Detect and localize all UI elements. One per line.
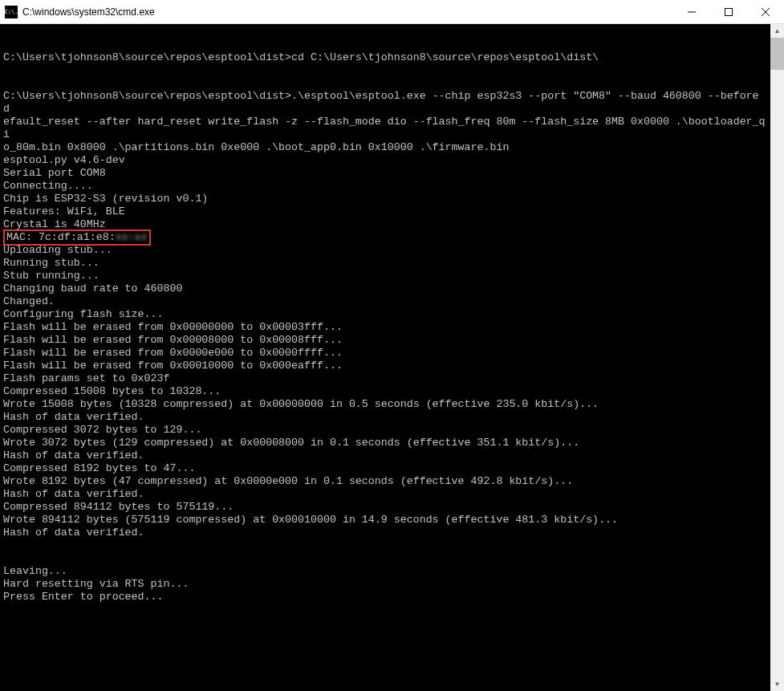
output-line: Wrote 894112 bytes (575119 compressed) a… [3, 514, 618, 526]
output-line: Flash will be erased from 0x00000000 to … [3, 321, 343, 333]
maximize-icon [725, 8, 733, 16]
mac-address-highlight: MAC: 7c:df:a1:e8:xx:xx [3, 230, 151, 246]
output-line: Hash of data verified. [3, 488, 144, 500]
output-line: Features: WiFi, BLE [3, 205, 125, 217]
output-line: Changing baud rate to 460800 [3, 282, 182, 295]
output-line: Uploading stub... [3, 244, 112, 256]
output-line: Compressed 15008 bytes to 10328... [3, 385, 221, 397]
terminal-wrapper: C:\Users\tjohnson8\source\repos\esptool\… [0, 24, 784, 691]
minimize-button[interactable] [673, 0, 710, 24]
window-controls [673, 0, 784, 23]
output-line: Connecting.... [3, 180, 93, 192]
output-line: Flash will be erased from 0x0000e000 to … [3, 347, 343, 359]
output-line: Chip is ESP32-S3 (revision v0.1) [3, 193, 208, 205]
prompt: C:\Users\tjohnson8\source\repos\esptool\… [3, 51, 291, 63]
output-line: Configuring flash size... [3, 308, 164, 320]
output-line: Hard resetting via RTS pin... [3, 578, 189, 590]
vertical-scrollbar[interactable]: ▲ ▼ [770, 24, 784, 691]
output-line: Press Enter to proceed... [3, 591, 164, 603]
output-line: Wrote 3072 bytes (129 compressed) at 0x0… [3, 437, 579, 449]
window-titlebar: C:\. C:\windows\system32\cmd.exe [0, 0, 784, 24]
close-button[interactable] [747, 0, 784, 24]
svg-rect-1 [725, 9, 733, 16]
output-line: Hash of data verified. [3, 411, 144, 423]
output-line: Changed. [3, 295, 55, 307]
prompt: C:\Users\tjohnson8\source\repos\esptool\… [3, 90, 291, 102]
mac-address-redacted: xx:xx [116, 231, 148, 243]
terminal-output[interactable]: C:\Users\tjohnson8\source\repos\esptool\… [0, 24, 770, 691]
command-text: o_80m.bin 0x8000 .\partitions.bin 0xe000… [3, 141, 509, 153]
output-line: Flash will be erased from 0x00008000 to … [3, 334, 343, 346]
output-line: Flash will be erased from 0x00010000 to … [3, 360, 343, 372]
cmd-icon: C:\. [5, 6, 18, 18]
output-line: Compressed 8192 bytes to 47... [3, 462, 195, 474]
output-line: Wrote 8192 bytes (47 compressed) at 0x00… [3, 475, 573, 487]
scrollbar-down-button[interactable]: ▼ [770, 677, 784, 691]
mac-address-text: MAC: 7c:df:a1:e8: [6, 231, 116, 243]
close-icon [762, 8, 770, 16]
scrollbar-up-button[interactable]: ▲ [770, 24, 784, 38]
output-line: Hash of data verified. [3, 449, 144, 461]
output-line: Hash of data verified. [3, 526, 144, 539]
output-line: Compressed 894112 bytes to 575119... [3, 501, 234, 513]
scrollbar-thumb[interactable] [770, 38, 784, 70]
output-line: esptool.py v4.6-dev [3, 154, 125, 166]
output-line: Crystal is 40MHz [3, 218, 106, 230]
output-line: Wrote 15008 bytes (10328 compressed) at … [3, 398, 599, 410]
minimize-icon [688, 8, 696, 16]
output-line: Running stub... [3, 257, 100, 269]
output-line: Serial port COM8 [3, 167, 106, 179]
command-text: efault_reset --after hard_reset write_fl… [3, 116, 766, 140]
output-line: Compressed 3072 bytes to 129... [3, 424, 201, 436]
output-line: Flash params set to 0x023f [3, 372, 169, 384]
output-line: Leaving... [3, 565, 67, 577]
maximize-button[interactable] [710, 0, 747, 24]
output-line: Stub running... [3, 270, 100, 282]
command-text: cd C:\Users\tjohnson8\source\repos\espto… [291, 51, 599, 63]
window-title: C:\windows\system32\cmd.exe [22, 6, 673, 18]
